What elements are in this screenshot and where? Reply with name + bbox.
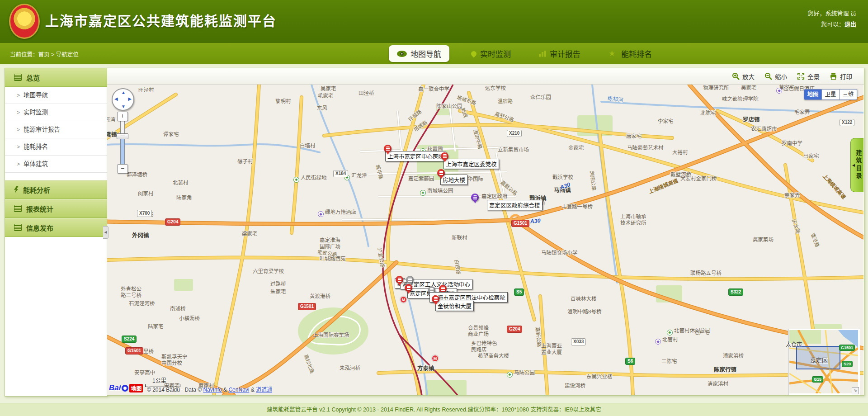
sidebar-section-报表统计[interactable]: 报表统计 — [5, 199, 107, 218]
minimap[interactable]: 太仓市 嘉定区 G1501 S20 G15 ⇘ — [788, 329, 860, 395]
building-label[interactable]: 上海市嘉定区委党校 — [443, 159, 499, 169]
building-marker[interactable] — [439, 285, 447, 293]
zoom-in-button[interactable]: + — [117, 112, 128, 121]
tab-能耗排名[interactable]: ★能耗排名 — [600, 45, 660, 62]
map-label: 金家宅 — [568, 145, 584, 151]
sidebar-section-能耗分析[interactable]: 能耗分析 — [5, 180, 107, 199]
map-label: 陈家山公园 — [436, 104, 462, 110]
building-marker[interactable] — [471, 194, 479, 201]
cennavi-link[interactable]: CenNavi — [228, 387, 249, 393]
map-type-地图[interactable]: 地图 — [804, 89, 822, 100]
logout-link[interactable]: 退出 — [844, 21, 856, 28]
map-label: 碾子村 — [237, 159, 253, 165]
map-label: 朱家宅 — [270, 289, 286, 295]
pan-right-icon[interactable]: ▶ — [128, 96, 132, 101]
sidebar-item-能源审计报告[interactable]: >能源审计报告 — [5, 121, 107, 138]
breadcrumb-home[interactable]: 首页 — [38, 52, 50, 58]
map-label: 上海国际赛车场 — [313, 332, 349, 339]
metro-icon: M — [400, 296, 407, 303]
map-label: 马家宅 — [803, 153, 819, 160]
breadcrumb-current: 导航定位 — [56, 52, 79, 58]
building-marker[interactable] — [437, 169, 445, 177]
report-icon — [14, 205, 22, 212]
map-label: ♣南城墙公园 — [420, 188, 453, 196]
map-label: 潘家浜桥 — [723, 353, 744, 359]
minimap-collapse-button[interactable]: ⇘ — [852, 387, 859, 394]
building-marker[interactable] — [441, 152, 448, 160]
sidebar-item-实时监测[interactable]: >实时监测 — [5, 104, 107, 121]
breadcrumb: 当前位置：首页 > 导航定位 — [10, 50, 79, 58]
road-shield-G204: G204 — [507, 326, 522, 333]
road-shield-S322: S322 — [728, 288, 743, 296]
tab-审计报告[interactable]: 审计报告 — [531, 45, 589, 62]
zoom-slider-track[interactable] — [120, 121, 125, 165]
map-label: 安亭高中 — [134, 370, 155, 376]
map-label: 上海寰亚 置业大厦 — [541, 343, 562, 356]
map-label: 南浦桥 — [170, 306, 186, 312]
pan-up-icon[interactable]: ▲ — [121, 90, 126, 95]
map-label: 蒲鞋湾 — [107, 117, 116, 123]
toolbar-打印[interactable]: 打印 — [830, 72, 852, 81]
building-catalog-tab[interactable]: ◀ 建筑目录 — [850, 138, 863, 192]
section-title: 报表统计 — [26, 204, 53, 213]
map-label: 三陈宅 — [661, 359, 677, 365]
zoom-out-button[interactable]: − — [117, 164, 128, 174]
sidebar-section-信息发布[interactable]: 信息发布 — [5, 218, 107, 237]
zoom-slider-thumb[interactable]: — — [117, 133, 128, 139]
building-label[interactable]: 嘉定区区政府综合楼 — [487, 200, 542, 210]
map-panel: 放大缩小全景打印 — [107, 68, 864, 396]
map-label: 白墙村 — [300, 143, 316, 149]
building-label[interactable]: 金钛怡和大厦 — [435, 301, 474, 311]
map-label: 希望商务大楼 — [478, 353, 509, 359]
map-type-卫星[interactable]: 卫星 — [822, 89, 840, 100]
daodaotong-link[interactable]: 道道通 — [256, 387, 272, 393]
toolbar-缩小[interactable]: 缩小 — [764, 72, 787, 81]
bolt-icon — [14, 186, 19, 193]
toolbar-放大[interactable]: 放大 — [732, 72, 755, 81]
sidebar-item-能耗排名[interactable]: >能耗排名 — [5, 138, 107, 156]
building-marker[interactable] — [405, 284, 412, 292]
pan-left-icon[interactable]: ◀ — [114, 96, 118, 101]
map-label: 斯凯孚天宁 中国分校 — [161, 354, 188, 367]
map-copyright: © 2014 Baidu - Data © NavInfo & CenNavi … — [147, 385, 272, 393]
map-label: 蔡家弄 — [784, 193, 800, 199]
toolbar-label: 缩小 — [775, 72, 787, 81]
toolbar-全景[interactable]: 全景 — [797, 72, 820, 81]
map-pan-control[interactable]: ▲ ▼ ◀ ▶ — [112, 88, 134, 111]
building-marker[interactable] — [384, 145, 392, 152]
navinfo-link[interactable]: NavInfo — [203, 387, 222, 393]
tab-实时监测[interactable]: 实时监测 — [461, 45, 519, 62]
map-canvas[interactable]: 旺泾村吴家宅毛家宅田泾桥嘉一联合中学远东学校众仁乐园陈家山公园物理研究所吴家宅莫… — [107, 85, 863, 395]
sidebar-item-label: 实时监测 — [24, 109, 48, 116]
building-marker[interactable] — [432, 295, 439, 303]
sidebar-collapse-handle[interactable]: ◀ — [103, 226, 108, 239]
map-label: 众仁乐园 — [530, 95, 551, 101]
sidebar-section-总览[interactable]: 总览 — [5, 68, 107, 87]
baidu-logo[interactable]: Bai 地图 — [109, 383, 143, 392]
road-shield-S6: S6 — [625, 358, 635, 365]
map-label: 澄明中路8号桥 — [567, 309, 601, 315]
map-label: ♣马陆公园 — [507, 370, 535, 378]
tab-地图导航[interactable]: 地图导航 — [389, 45, 449, 62]
navbar: 当前位置：首页 > 导航定位 地图导航实时监测审计报告★能耗排名 — [0, 43, 868, 66]
user-actions: 您可以：退出 — [807, 19, 856, 30]
road-shield-X033: X033 — [571, 338, 586, 345]
minimap-city-label: 太仓市 — [786, 340, 802, 348]
tab-label: 实时监测 — [480, 48, 511, 59]
building-marker[interactable] — [396, 276, 403, 284]
sidebar-item-地图导航[interactable]: >地图导航 — [5, 87, 107, 104]
map-label: 百味林大楼 — [571, 296, 597, 303]
sidebar-item-单体建筑[interactable]: >单体建筑 — [5, 156, 107, 173]
building-marker[interactable] — [406, 276, 414, 284]
map-label: 东风 — [317, 105, 327, 112]
pan-down-icon[interactable]: ▼ — [121, 104, 126, 109]
building-label[interactable]: 房地大楼 — [440, 175, 467, 185]
map-label: 郭泽塘桥 — [127, 172, 147, 178]
map-type-三维[interactable]: 三维 — [840, 89, 857, 100]
road-shield-X210: X210 — [507, 130, 522, 137]
building-label[interactable]: 上海市嘉定区中心医院 — [385, 151, 446, 161]
sidebar-item-label: 能源审计报告 — [24, 126, 60, 133]
map-label: A30 — [530, 217, 541, 225]
toolbar-label: 打印 — [840, 72, 852, 81]
minimap-shield-s20: S20 — [842, 361, 853, 367]
